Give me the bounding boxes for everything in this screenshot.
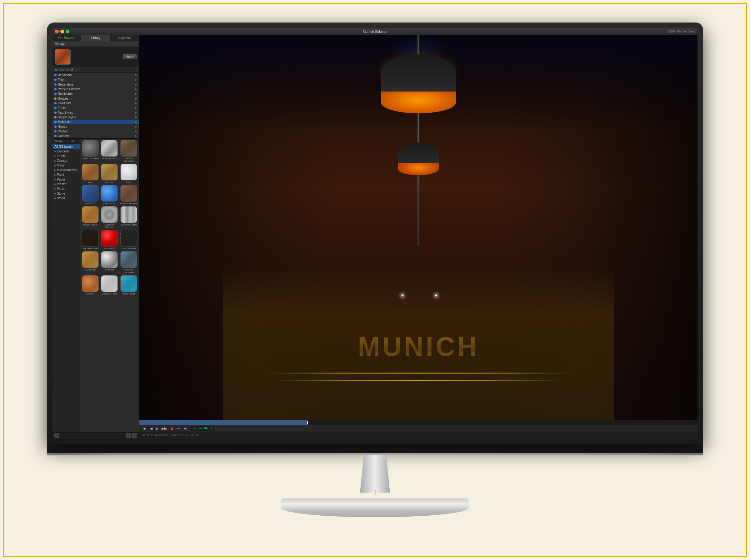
subway-scene: MUNICH <box>139 35 697 420</box>
material-craft-paper[interactable]: Craft Paper <box>120 275 138 295</box>
view-label[interactable]: View <box>688 30 695 33</box>
camera-dot <box>374 25 376 27</box>
material-car-paint[interactable]: Car Paint <box>100 230 118 250</box>
app-content: File Browser Library Inspector Vintage <box>53 35 697 438</box>
category-list: Theme All ⋯ All (83 items) ▶ Concrete <box>53 139 80 432</box>
material-brown-concrete[interactable]: Brown Concrete <box>120 185 138 205</box>
nav-row: ◀ | Theme All ⋯ <box>53 67 139 73</box>
material-chrome[interactable]: Chrome <box>100 251 118 274</box>
tree-item-behaviors[interactable]: Behaviors ▶ <box>53 73 139 78</box>
minimize-button[interactable] <box>60 30 64 34</box>
material-carbon-fiber[interactable]: Carbon Fiber <box>120 230 138 250</box>
preview-thumbnail <box>55 49 71 65</box>
cat-concrete[interactable]: ▶ Concrete <box>53 149 80 154</box>
panel-info-button[interactable] <box>54 433 59 438</box>
material-cracked-paint[interactable]: Cracked Paint <box>100 275 118 295</box>
panel-grid-button[interactable] <box>126 433 131 438</box>
monitor-chin <box>47 444 703 454</box>
monitor-bezel: Munich Subway 239% Render View <box>47 22 703 444</box>
tree-item-text-styles[interactable]: Text Styles ▶ <box>53 110 139 115</box>
close-button[interactable] <box>55 30 59 34</box>
cat-plaster[interactable]: ▶ Plaster <box>53 182 80 186</box>
tree-item-shapes[interactable]: Shapes ▶ <box>53 96 139 101</box>
material-burned-wood[interactable]: Burned Wood <box>81 230 99 250</box>
tree-item-gradients[interactable]: Gradients ▶ <box>53 101 139 106</box>
material-copper[interactable]: Copper <box>81 275 99 295</box>
material-basic[interactable]: Basic <box>120 164 138 184</box>
vintage-label: Vintage <box>55 42 66 46</box>
title-bar: Munich Subway 239% Render View <box>53 28 697 35</box>
tree-item-materials[interactable]: Materials ▶ <box>53 120 139 124</box>
fullscreen-button[interactable]: ⛶ <box>689 426 695 431</box>
step-back-button[interactable]: ◀ <box>149 426 154 431</box>
timeline-track[interactable] <box>139 420 697 425</box>
material-ash[interactable]: Ash <box>81 164 99 184</box>
rewind-button[interactable]: ⏭ <box>182 426 188 431</box>
tree-item-content[interactable]: Content ▶ <box>53 134 139 138</box>
library-subheader: Vintage <box>53 41 139 47</box>
play-back-button[interactable]: ⏮ <box>142 426 147 431</box>
theme-label: Theme <box>60 68 68 71</box>
cat-plastic[interactable]: ▶ Plastic <box>53 186 80 191</box>
main-lamp <box>381 54 456 113</box>
maximize-button[interactable] <box>66 30 70 34</box>
playback-bar: ⏮ ◀ ▶ ▶▶ ⏺ ↩ ⏭ 00:00:06:00 ⛶ <box>139 420 697 438</box>
left-panel: File Browser Library Inspector Vintage <box>53 35 139 438</box>
material-bamboo[interactable]: Bamboo <box>100 164 118 184</box>
material-aged-concrete[interactable]: Aged Concrete <box>81 140 99 163</box>
cat-paper[interactable]: ▶ Paper <box>53 177 80 182</box>
material-brushed-metal[interactable]: Brushed Metal <box>120 206 138 229</box>
tree-item-particle-emitters[interactable]: Particle Emitters ▶ <box>53 87 139 91</box>
cat-stone[interactable]: ▶ Stone <box>53 191 80 196</box>
cat-orange[interactable]: ▶ Orange <box>53 158 80 163</box>
category-header: Theme All ⋯ <box>53 139 80 144</box>
tree-item-filters[interactable]: Filters ▶ <box>53 78 139 82</box>
apply-button[interactable]: Apply <box>123 54 137 59</box>
status-bar: 00:00:06:00 duration Custom 1920 × 1080 … <box>139 432 697 438</box>
tree-item-shape-styles[interactable]: Shape Styles ▶ <box>53 115 139 120</box>
render-label[interactable]: Render <box>677 30 687 33</box>
status-text: 00:00:06:00 duration Custom 1920 × 1080 … <box>142 434 198 437</box>
second-lamp <box>398 142 439 175</box>
tree-item-itunes[interactable]: iTunes ▶ <box>53 124 139 129</box>
window-title: Munich Subway <box>363 30 387 34</box>
materials-browser: Theme All ⋯ All (83 items) ▶ Concrete <box>53 139 139 432</box>
material-cardboard[interactable]: Cardboard <box>81 251 99 274</box>
material-preview: Apply <box>53 47 139 67</box>
theme-value: All <box>70 68 73 71</box>
cat-all[interactable]: All (83 items) <box>53 144 80 149</box>
material-blue-plastic[interactable]: Blue Plastic <box>100 185 118 205</box>
back-arrow[interactable]: ◀ <box>54 68 57 71</box>
step-forward-button[interactable]: ▶▶ <box>161 426 168 431</box>
theme-options-icon[interactable]: ⋯ <box>134 68 137 71</box>
cat-fabric[interactable]: ▶ Fabric <box>53 154 80 158</box>
stand-neck <box>356 455 394 493</box>
tab-inspector[interactable]: Inspector <box>110 35 139 41</box>
panel-list-button[interactable] <box>132 433 137 438</box>
tab-file-browser[interactable]: File Browser <box>53 35 81 41</box>
cat-paint[interactable]: ▶ Paint <box>53 172 80 177</box>
cat-wood[interactable]: ▶ Wood <box>53 196 80 201</box>
material-ancient-structure[interactable]: Ancient Structure <box>120 140 138 163</box>
material-aluminum-foil[interactable]: Aluminum Foil <box>100 140 118 163</box>
cat-metal[interactable]: ▶ Metal <box>53 163 80 168</box>
floor-line-right <box>273 380 564 381</box>
material-brown-paper[interactable]: Brown Paper <box>81 206 99 229</box>
playback-controls: ⏮ ◀ ▶ ▶▶ ⏺ ↩ ⏭ 00:00:06:00 ⛶ <box>139 425 697 432</box>
play-button[interactable]: ▶ <box>155 426 159 431</box>
record-button[interactable]: ⏺ <box>170 426 175 431</box>
tree-item-photos[interactable]: Photos ▶ <box>53 129 139 134</box>
timeline-playhead[interactable] <box>307 421 308 424</box>
title-bar-right: 239% Render View <box>668 30 695 33</box>
tab-library[interactable]: Library <box>81 35 110 41</box>
material-blue-knit[interactable]: Blue Knit <box>81 185 99 205</box>
canvas-image[interactable]: MUNICH <box>139 35 697 420</box>
window-controls <box>55 30 70 34</box>
tree-item-replicators[interactable]: Replicators ▶ <box>53 91 139 96</box>
cat-misc[interactable]: ▶ Miscellaneous <box>53 168 80 172</box>
loop-button[interactable]: ↩ <box>176 426 181 431</box>
material-colored-concrete[interactable]: Colored Concrete <box>120 251 138 274</box>
tree-item-generators[interactable]: Generators ▶ <box>53 82 139 87</box>
tree-item-fonts[interactable]: Fonts ▶ <box>53 106 139 110</box>
material-brushed-circular[interactable]: Brushed Circular <box>100 206 118 229</box>
